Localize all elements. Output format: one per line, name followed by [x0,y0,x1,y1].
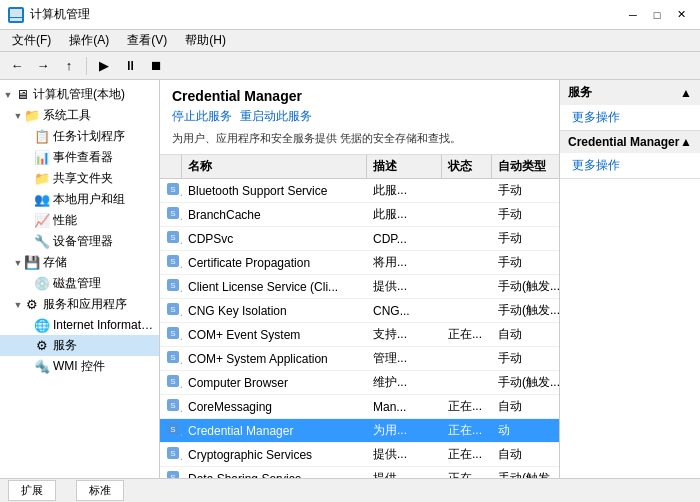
toolbar-pause-button[interactable]: ⏸ [119,55,141,77]
service-row-start: 手动 [492,227,559,250]
close-button[interactable]: ✕ [670,5,692,25]
stop-service-link[interactable]: 停止此服务 [172,108,232,125]
tree-item[interactable]: ⚙服务 [0,335,159,356]
tree-item[interactable]: ▼🖥计算机管理(本地) [0,84,159,105]
service-row-desc: 提供... [367,443,442,466]
service-row[interactable]: SCoreMessagingMan...正在...自动本... [160,395,559,419]
svg-rect-1 [10,18,22,21]
tree-item-icon: 💿 [34,276,50,292]
tree-expand-icon [22,361,34,373]
services-detail-header: Credential Manager 停止此服务 重启动此服务 为用户、应用程序… [160,80,559,155]
service-row[interactable]: SCNG Key IsolationCNG...手动(触发...本... [160,299,559,323]
restart-service-link[interactable]: 重启动此服务 [240,108,312,125]
service-row[interactable]: SCertificate Propagation将用...手动本... [160,251,559,275]
service-row-desc: 此服... [367,179,442,202]
tree-item[interactable]: 👥本地用户和组 [0,189,159,210]
actions-section-services: 服务 ▲ 更多操作 [560,80,700,131]
service-row-desc: 提供... [367,275,442,298]
service-row-icon: S [160,395,182,418]
col-header-desc: 描述 [367,155,442,178]
service-row-name: COM+ Event System [182,325,367,345]
svg-rect-0 [10,9,22,17]
service-row[interactable]: SCredential Manager为用...正在...动本... [160,419,559,443]
tree-item[interactable]: ▼⚙服务和应用程序 [0,294,159,315]
actions-section-credential: Credential Manager ▲ 更多操作 [560,131,700,179]
actions-section-credential-title[interactable]: Credential Manager ▲ [560,131,700,153]
tree-item[interactable]: 🔧设备管理器 [0,231,159,252]
service-row-start: 手动 [492,251,559,274]
tree-item[interactable]: 📁共享文件夹 [0,168,159,189]
tree-item-label: Internet Informatio... [53,318,155,332]
service-row[interactable]: SCOM+ System Application管理...手动本... [160,347,559,371]
menu-bar: 文件(F) 操作(A) 查看(V) 帮助(H) [0,30,700,52]
service-row[interactable]: SCOM+ Event System支持...正在...自动本... [160,323,559,347]
service-row[interactable]: SData Sharing Service提供...正在...手动(触发...本… [160,467,559,478]
tree-expand-icon: ▼ [2,89,14,101]
service-row-name: Credential Manager [182,421,367,441]
service-row-status [442,260,492,266]
menu-view[interactable]: 查看(V) [119,30,175,51]
tree-item[interactable]: 📊事件查看器 [0,147,159,168]
menu-action[interactable]: 操作(A) [61,30,117,51]
toolbar-up-button[interactable]: ↑ [58,55,80,77]
service-row-start: 手动(触发... [492,467,559,478]
svg-text:S: S [170,185,175,194]
tree-item[interactable]: 💿磁盘管理 [0,273,159,294]
service-row-status: 正在... [442,467,492,478]
tree-item[interactable]: ▼📁系统工具 [0,105,159,126]
tree-item-icon: 💾 [24,255,40,271]
actions-section-services-title[interactable]: 服务 ▲ [560,80,700,105]
tree-expand-icon [22,319,34,331]
toolbar-stop-button[interactable]: ⏹ [145,55,167,77]
svg-text:S: S [170,281,175,290]
tree-item[interactable]: ▼💾存储 [0,252,159,273]
service-row[interactable]: SBranchCache此服...手动网... [160,203,559,227]
service-row-start: 动 [492,419,559,442]
service-row-desc: 支持... [367,323,442,346]
svg-text:S: S [170,329,175,338]
toolbar-forward-button[interactable]: → [32,55,54,77]
credential-more-action[interactable]: 更多操作 [560,153,700,178]
svg-text:S: S [170,305,175,314]
service-row-icon: S [160,347,182,370]
menu-file[interactable]: 文件(F) [4,30,59,51]
service-row-status [442,188,492,194]
tree-expand-icon [22,194,34,206]
tree-expand-icon [22,215,34,227]
service-row-name: Cryptographic Services [182,445,367,465]
service-row-status [442,380,492,386]
service-row[interactable]: SComputer Browser维护...手动(触发...本... [160,371,559,395]
service-list-header: 名称 描述 状态 自动类型 登^ [160,155,559,179]
service-row-icon: S [160,179,182,202]
tree-item[interactable]: 🌐Internet Informatio... [0,315,159,335]
service-row-name: Client License Service (Cli... [182,277,367,297]
toolbar-play-button[interactable]: ▶ [93,55,115,77]
tree-item-label: 本地用户和组 [53,191,125,208]
tree-item[interactable]: 📋任务计划程序 [0,126,159,147]
services-more-action[interactable]: 更多操作 [560,105,700,130]
service-row[interactable]: SClient License Service (Cli...提供...手动(触… [160,275,559,299]
service-row-icon: S [160,443,182,466]
tree-item-icon: 👥 [34,192,50,208]
toolbar-back-button[interactable]: ← [6,55,28,77]
tree-item-label: 设备管理器 [53,233,113,250]
services-detail-links: 停止此服务 重启动此服务 [172,108,547,125]
status-tab-extended[interactable]: 扩展 [8,480,56,501]
tree-item-label: WMI 控件 [53,358,105,375]
maximize-button[interactable]: □ [646,5,668,25]
minimize-button[interactable]: ─ [622,5,644,25]
menu-help[interactable]: 帮助(H) [177,30,234,51]
tree-item-icon: 📊 [34,150,50,166]
col-header-status: 状态 [442,155,492,178]
service-row[interactable]: SCDPSvcCDP...手动本... [160,227,559,251]
service-row[interactable]: SBluetooth Support Service此服...手动本... [160,179,559,203]
tree-item[interactable]: 📈性能 [0,210,159,231]
tree-item-icon: 📁 [34,171,50,187]
service-row-status [442,212,492,218]
title-bar: 计算机管理 ─ □ ✕ [0,0,700,30]
service-row[interactable]: SCryptographic Services提供...正在...自动本... [160,443,559,467]
service-row-start: 手动 [492,179,559,202]
service-row-start: 手动(触发... [492,371,559,394]
tree-item[interactable]: 🔩WMI 控件 [0,356,159,377]
status-tab-standard[interactable]: 标准 [76,480,124,501]
